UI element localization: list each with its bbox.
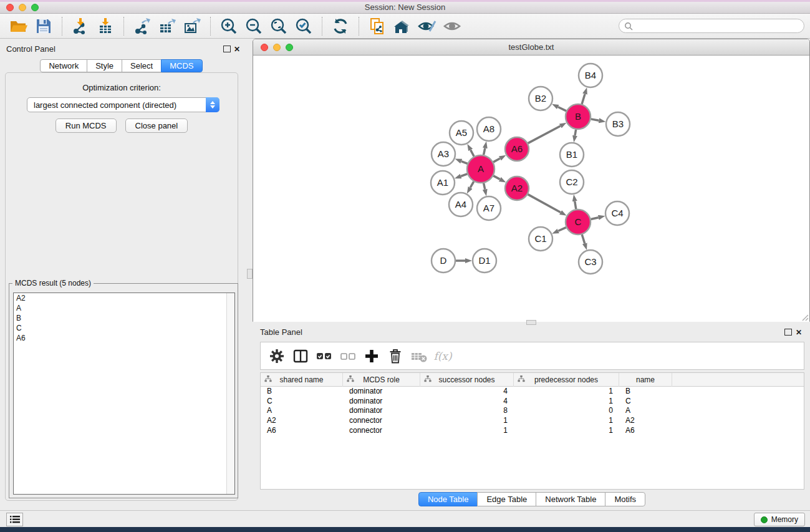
show-selected-button[interactable] bbox=[440, 16, 465, 37]
network-canvas[interactable]: B4B2BB3A8A5A6A3B1AA1C2A2A4A7C4CC1DD1C3 bbox=[253, 56, 809, 322]
export-image-button[interactable] bbox=[180, 16, 205, 37]
run-mcds-button[interactable]: Run MCDS bbox=[55, 118, 117, 133]
graph-edge-A-A6[interactable] bbox=[493, 158, 500, 162]
clone-network-button[interactable] bbox=[365, 16, 390, 37]
table-settings-button[interactable] bbox=[265, 345, 289, 367]
table-tab-edge-table[interactable]: Edge Table bbox=[477, 492, 536, 506]
export-network-button[interactable] bbox=[130, 16, 155, 37]
close-panel-button[interactable]: Close panel bbox=[125, 118, 188, 133]
control-panel-tab-network[interactable]: Network bbox=[40, 59, 87, 72]
minimize-window-button[interactable] bbox=[19, 4, 26, 11]
table-tab-network-table[interactable]: Network Table bbox=[536, 492, 605, 506]
memory-button[interactable]: Memory bbox=[754, 513, 805, 526]
graph-edge-A-A2[interactable] bbox=[493, 176, 499, 180]
mcds-result-item[interactable]: A2 bbox=[14, 293, 234, 303]
table-row[interactable]: A6connector11A6 bbox=[261, 426, 804, 436]
graph-node-B4[interactable]: B4 bbox=[579, 64, 602, 87]
graph-node-A4[interactable]: A4 bbox=[449, 193, 473, 216]
graph-node-C4[interactable]: C4 bbox=[605, 201, 629, 225]
hide-selected-button[interactable] bbox=[415, 16, 440, 37]
graph-node-C3[interactable]: C3 bbox=[579, 250, 602, 274]
graph-edge-A6-B[interactable] bbox=[528, 126, 561, 143]
graph-edge-C-C2[interactable] bbox=[575, 201, 576, 210]
resize-handle-icon[interactable] bbox=[801, 314, 809, 321]
control-panel-tab-mcds[interactable]: MCDS bbox=[161, 59, 202, 72]
control-panel-tab-select[interactable]: Select bbox=[122, 59, 162, 72]
close-window-button[interactable] bbox=[6, 4, 14, 11]
graph-edge-C-C3[interactable] bbox=[582, 235, 584, 243]
zoom-fit-button[interactable] bbox=[266, 16, 291, 37]
column-header-successor-nodes[interactable]: successor nodes bbox=[420, 373, 514, 387]
mcds-result-item[interactable]: A bbox=[14, 303, 234, 313]
graph-edge-B-B3[interactable] bbox=[591, 119, 599, 120]
graph-node-A7[interactable]: A7 bbox=[477, 196, 501, 220]
save-session-button[interactable] bbox=[31, 16, 56, 37]
table-row[interactable]: Adominator80A bbox=[261, 406, 804, 416]
graph-node-C2[interactable]: C2 bbox=[560, 170, 584, 194]
panel-divider-vertical-grip[interactable] bbox=[247, 269, 253, 279]
import-network-button[interactable] bbox=[68, 16, 93, 37]
graph-node-B3[interactable]: B3 bbox=[606, 112, 630, 136]
network-close-button[interactable] bbox=[261, 44, 268, 51]
graph-node-A2[interactable]: A2 bbox=[505, 177, 529, 200]
zoom-in-button[interactable] bbox=[216, 16, 241, 37]
graph-node-A6[interactable]: A6 bbox=[505, 137, 529, 161]
graph-edge-C-C1[interactable] bbox=[558, 228, 566, 231]
graph-node-A[interactable]: A bbox=[467, 155, 494, 183]
graph-node-B2[interactable]: B2 bbox=[529, 87, 552, 110]
show-columns-button[interactable] bbox=[289, 345, 312, 367]
graph-edge-B-B4[interactable] bbox=[582, 94, 585, 104]
graph-edge-A-A3[interactable] bbox=[461, 162, 468, 164]
optimization-criterion-select[interactable]: largest connected component (directed) bbox=[27, 97, 219, 112]
create-column-button[interactable] bbox=[360, 345, 383, 367]
zoom-selected-button[interactable] bbox=[291, 16, 316, 37]
houses-button[interactable] bbox=[390, 16, 415, 37]
graph-node-D[interactable]: D bbox=[432, 249, 455, 273]
delete-table-button[interactable] bbox=[407, 345, 431, 367]
column-header-predecessor-nodes[interactable]: predecessor nodes bbox=[514, 373, 619, 387]
graph-edge-A-A7[interactable] bbox=[484, 183, 485, 190]
graph-node-A5[interactable]: A5 bbox=[450, 121, 473, 145]
graph-edge-A-A4[interactable] bbox=[470, 181, 474, 188]
table-tab-node-table[interactable]: Node Table bbox=[418, 492, 478, 506]
graph-node-B[interactable]: B bbox=[566, 104, 591, 129]
table-panel-close-button[interactable]: ✕ bbox=[794, 328, 803, 336]
control-panel-close-button[interactable]: ✕ bbox=[233, 45, 241, 53]
table-tab-motifs[interactable]: Motifs bbox=[605, 492, 645, 506]
graph-node-B1[interactable]: B1 bbox=[560, 143, 584, 167]
network-minimize-button[interactable] bbox=[273, 44, 281, 51]
control-panel-tab-style[interactable]: Style bbox=[87, 59, 122, 72]
deselect-all-button[interactable] bbox=[336, 345, 360, 367]
graph-node-D1[interactable]: D1 bbox=[473, 249, 496, 273]
import-table-button[interactable] bbox=[93, 16, 118, 37]
panel-divider-horizontal-grip[interactable] bbox=[526, 320, 536, 325]
column-header-shared-name[interactable]: shared name bbox=[261, 373, 343, 387]
network-maximize-button[interactable] bbox=[286, 44, 293, 51]
graph-edge-B-B1[interactable] bbox=[575, 130, 576, 136]
table-row[interactable]: A2connector11A2 bbox=[261, 416, 804, 426]
table-panel-float-button[interactable] bbox=[784, 329, 792, 336]
table-row[interactable]: Bdominator41B bbox=[261, 387, 804, 397]
column-header-MCDS-role[interactable]: MCDS role bbox=[343, 373, 420, 387]
graph-edge-B-B2[interactable] bbox=[558, 107, 566, 110]
control-panel-float-button[interactable] bbox=[223, 46, 231, 52]
delete-column-button[interactable] bbox=[383, 345, 407, 367]
graph-node-A3[interactable]: A3 bbox=[432, 142, 455, 166]
result-list-scrollbar[interactable] bbox=[226, 293, 234, 494]
mcds-result-item[interactable]: C bbox=[14, 323, 234, 333]
graph-node-C1[interactable]: C1 bbox=[529, 227, 552, 251]
task-history-button[interactable] bbox=[6, 513, 23, 526]
graph-node-C[interactable]: C bbox=[566, 210, 591, 235]
search-input[interactable] bbox=[633, 20, 804, 32]
mcds-result-item[interactable]: A6 bbox=[14, 333, 234, 343]
open-file-button[interactable] bbox=[6, 16, 31, 37]
graph-edge-A-A1[interactable] bbox=[461, 174, 467, 177]
function-builder-button[interactable]: f(x) bbox=[431, 345, 455, 367]
graph-edge-A-A5[interactable] bbox=[471, 150, 475, 156]
network-window-titlebar[interactable]: testGlobe.txt bbox=[253, 39, 809, 56]
maximize-window-button[interactable] bbox=[31, 4, 39, 11]
graph-edge-C-C4[interactable] bbox=[591, 218, 598, 220]
graph-edge-A-A8[interactable] bbox=[484, 148, 485, 155]
graph-node-A8[interactable]: A8 bbox=[477, 117, 501, 141]
graph-edge-A2-C[interactable] bbox=[528, 195, 561, 213]
